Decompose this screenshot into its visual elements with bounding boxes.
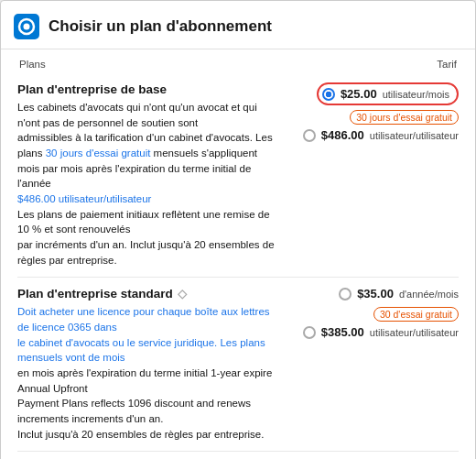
plan-base-left: Plan d'entreprise de base Les cabinets d… [17, 82, 285, 268]
plan-base-price2-unit: utilisateur/utilisateur [370, 130, 459, 141]
plan-standard-radio2[interactable] [303, 326, 316, 339]
diamond-icon: ◇ [178, 287, 187, 301]
plan-base-price2-amount: $486.00 [321, 128, 364, 142]
plan-standard-price2-amount: $385.00 [321, 325, 364, 339]
plan-base-price1-option[interactable]: $25.00 utilisateur/mois [317, 82, 459, 105]
col-plans-label: Plans [19, 59, 46, 70]
plan-standard-name: Plan d'entreprise standard ◇ [17, 287, 276, 301]
plan-base-price2-option[interactable]: $486.00 utilisateur/utilisateur [303, 128, 459, 142]
plan-base-top-row: Plan d'entreprise de base Les cabinets d… [17, 82, 459, 268]
plan-base-price1-amount: $25.00 [341, 87, 377, 101]
dialog-header: Choisir un plan d'abonnement [1, 1, 475, 49]
plan-base-trial-badge: 30 jours d'essai gratuit [350, 110, 459, 125]
plan-standard-top-row: Plan d'entreprise standard ◇ Doit achete… [17, 287, 459, 442]
app-icon [14, 14, 39, 39]
plan-standard-trial-badge: 30 d'essai gratuit [373, 307, 459, 322]
plan-standard-price1-unit: d'année/mois [399, 289, 459, 300]
plan-base-prices: $25.00 utilisateur/mois 30 jours d'essai… [285, 82, 459, 145]
plan-base-radio2[interactable] [303, 129, 316, 142]
plan-base-name: Plan d'entreprise de base [17, 82, 276, 96]
column-headers: Plans Tarif [17, 59, 459, 70]
dialog-body: Plans Tarif Plan d'entreprise de base Le… [1, 49, 475, 459]
plan-base: Plan d'entreprise de base Les cabinets d… [17, 73, 459, 278]
plan-base-desc: Les cabinets d'avocats qui n'ont qu'un a… [17, 100, 276, 268]
subscription-dialog: Choisir un plan d'abonnement Plans Tarif… [0, 0, 476, 459]
plan-standard-desc: Doit acheter une licence pour chaque boî… [17, 304, 276, 442]
plan-premium: Plan d'entreprise Premium Les cabinets d… [17, 452, 459, 459]
plan-base-radio1[interactable] [322, 88, 335, 101]
col-tarif-label: Tarif [437, 59, 457, 70]
plan-base-trial-inline: 30 jours d'essai gratuit [46, 148, 151, 158]
plan-standard-prices: $35.00 d'année/mois 30 d'essai gratuit $… [285, 287, 459, 342]
plan-standard-price2-unit: utilisateur/utilisateur [370, 327, 459, 338]
svg-point-2 [24, 24, 30, 30]
plan-standard-radio1[interactable] [339, 288, 352, 301]
plan-standard-price1-row: $35.00 d'année/mois [339, 287, 459, 303]
dialog-title: Choisir un plan d'abonnement [49, 17, 272, 36]
plan-base-price-inline: $486.00 utilisateur/utilisateur [17, 193, 151, 204]
plan-standard-left: Plan d'entreprise standard ◇ Doit achete… [17, 287, 285, 442]
plan-base-price1-unit: utilisateur/mois [383, 89, 449, 100]
plan-standard-price2-option[interactable]: $385.00 utilisateur/utilisateur [303, 325, 459, 339]
plan-standard-price1-option[interactable]: $35.00 d'année/mois [339, 287, 459, 301]
plan-standard: Plan d'entreprise standard ◇ Doit achete… [17, 278, 459, 452]
plan-standard-price1-amount: $35.00 [357, 287, 394, 301]
